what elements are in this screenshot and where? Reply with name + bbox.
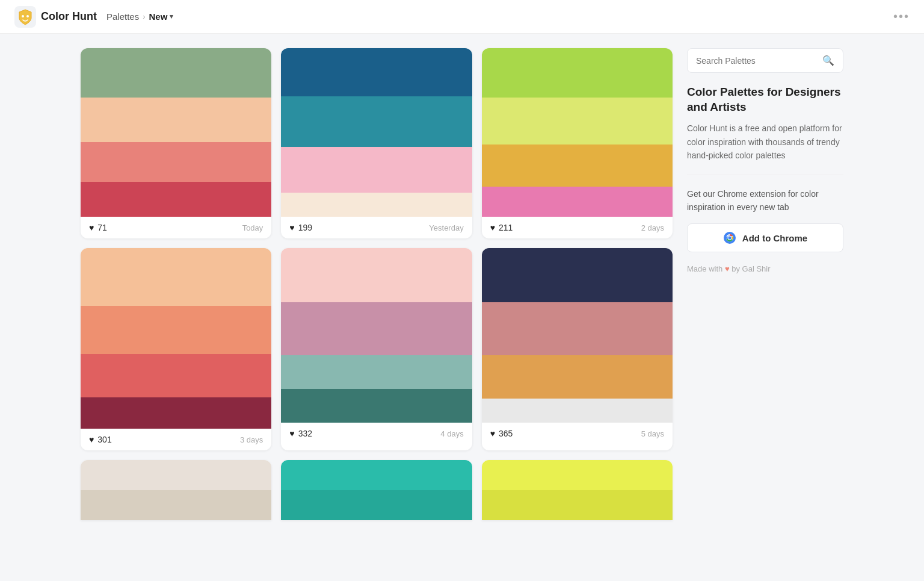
logo-text: Color Hunt — [41, 10, 97, 23]
color-strip — [81, 98, 271, 142]
color-strip — [81, 490, 271, 520]
palette-colors — [281, 48, 472, 217]
like-number: 365 — [499, 429, 513, 438]
made-with-text: Made with ♥ by Gal Shir — [687, 264, 843, 273]
color-strip — [81, 306, 271, 354]
palette-card[interactable]: ♥ 211 2 days — [482, 48, 673, 238]
color-strip — [81, 397, 271, 429]
like-number: 199 — [298, 223, 312, 232]
logo-link[interactable]: Color Hunt — [14, 6, 97, 28]
color-strip — [81, 182, 271, 217]
color-strip — [281, 147, 472, 193]
color-strip — [482, 355, 673, 399]
palette-card[interactable]: ♥ 365 5 days — [482, 248, 673, 450]
heart-icon: ♥ — [490, 223, 495, 232]
color-strip — [482, 460, 673, 490]
palette-colors — [81, 248, 271, 429]
breadcrumb-current[interactable]: New ▾ — [149, 11, 174, 22]
color-strip — [281, 193, 472, 217]
main-content: ♥ 71 Today ♥ 199 Yesterday — [71, 34, 853, 535]
color-strip — [81, 248, 271, 306]
more-options-button[interactable]: ••• — [893, 10, 910, 23]
color-strip — [281, 96, 472, 147]
palette-footer: ♥ 199 Yesterday — [281, 217, 472, 238]
color-strip — [281, 48, 472, 96]
palette-colors — [482, 48, 673, 217]
like-number: 301 — [97, 435, 111, 444]
like-number: 211 — [499, 223, 513, 232]
search-box[interactable]: 🔍 — [687, 48, 843, 73]
heart-icon: ♥ — [89, 435, 94, 444]
color-strip — [281, 355, 472, 389]
logo-icon — [14, 6, 36, 28]
chrome-icon — [723, 231, 736, 244]
partial-palette-card[interactable] — [281, 460, 472, 520]
color-strip — [281, 460, 472, 490]
color-strip — [482, 248, 673, 302]
like-number: 332 — [298, 429, 312, 438]
sidebar-title: Color Palettes for Designers and Artists — [687, 85, 843, 114]
color-strip — [81, 142, 271, 182]
time-ago: 3 days — [240, 435, 263, 444]
search-icon: 🔍 — [822, 55, 834, 66]
partial-palette-card[interactable] — [482, 460, 673, 520]
add-to-chrome-label: Add to Chrome — [742, 233, 807, 243]
color-strip — [482, 187, 673, 217]
add-to-chrome-button[interactable]: Add to Chrome — [687, 223, 843, 252]
heart-icon: ♥ — [289, 223, 294, 232]
heart-icon: ♥ — [89, 223, 94, 232]
palette-colors — [81, 460, 271, 520]
header: Color Hunt Palettes › New ▾ ••• — [0, 0, 924, 34]
svg-point-1 — [22, 15, 24, 17]
palette-footer: ♥ 211 2 days — [482, 217, 673, 238]
svg-point-7 — [728, 237, 731, 240]
color-strip — [482, 490, 673, 520]
color-strip — [81, 354, 271, 397]
like-number: 71 — [97, 223, 107, 232]
time-ago: 2 days — [641, 223, 664, 232]
sidebar-description: Color Palettes for Designers and Artists… — [687, 85, 843, 163]
color-strip — [482, 399, 673, 423]
like-count[interactable]: ♥ 365 — [490, 429, 513, 438]
color-strip — [81, 460, 271, 490]
color-strip — [81, 48, 271, 98]
like-count[interactable]: ♥ 332 — [289, 429, 312, 438]
like-count[interactable]: ♥ 301 — [89, 435, 112, 444]
sidebar-description-text: Color Hunt is a free and open platform f… — [687, 122, 843, 162]
color-strip — [482, 48, 673, 98]
search-input[interactable] — [696, 56, 822, 66]
color-strip — [482, 302, 673, 355]
time-ago: 4 days — [440, 429, 463, 438]
palette-card[interactable]: ♥ 199 Yesterday — [281, 48, 472, 238]
palette-card[interactable]: ♥ 71 Today — [81, 48, 271, 238]
like-count[interactable]: ♥ 199 — [289, 223, 312, 232]
time-ago: Today — [242, 223, 263, 232]
breadcrumb: Palettes › New ▾ — [106, 11, 173, 22]
chrome-promo-text: Get our Chrome extension for color inspi… — [687, 187, 843, 214]
palette-colors — [281, 460, 472, 520]
palette-card[interactable]: ♥ 332 4 days — [281, 248, 472, 450]
color-strip — [281, 302, 472, 355]
time-ago: 5 days — [641, 429, 664, 438]
color-strip — [482, 144, 673, 187]
like-count[interactable]: ♥ 71 — [89, 223, 107, 232]
palette-card[interactable]: ♥ 301 3 days — [81, 248, 271, 450]
breadcrumb-palettes[interactable]: Palettes — [106, 11, 139, 22]
color-strip — [281, 389, 472, 423]
palette-grid: ♥ 71 Today ♥ 199 Yesterday — [81, 48, 673, 520]
palette-colors — [281, 248, 472, 423]
palette-footer: ♥ 332 4 days — [281, 423, 472, 444]
partial-palette-card[interactable] — [81, 460, 271, 520]
palette-colors — [482, 460, 673, 520]
sidebar-divider — [687, 175, 843, 175]
palette-colors — [81, 48, 271, 217]
palette-footer: ♥ 301 3 days — [81, 429, 271, 450]
heart-icon: ♥ — [490, 429, 495, 438]
svg-point-2 — [26, 15, 29, 17]
breadcrumb-separator: › — [143, 12, 145, 21]
like-count[interactable]: ♥ 211 — [490, 223, 513, 232]
chevron-down-icon: ▾ — [170, 13, 173, 20]
color-strip — [281, 490, 472, 520]
color-strip — [281, 248, 472, 302]
palette-colors — [482, 248, 673, 423]
